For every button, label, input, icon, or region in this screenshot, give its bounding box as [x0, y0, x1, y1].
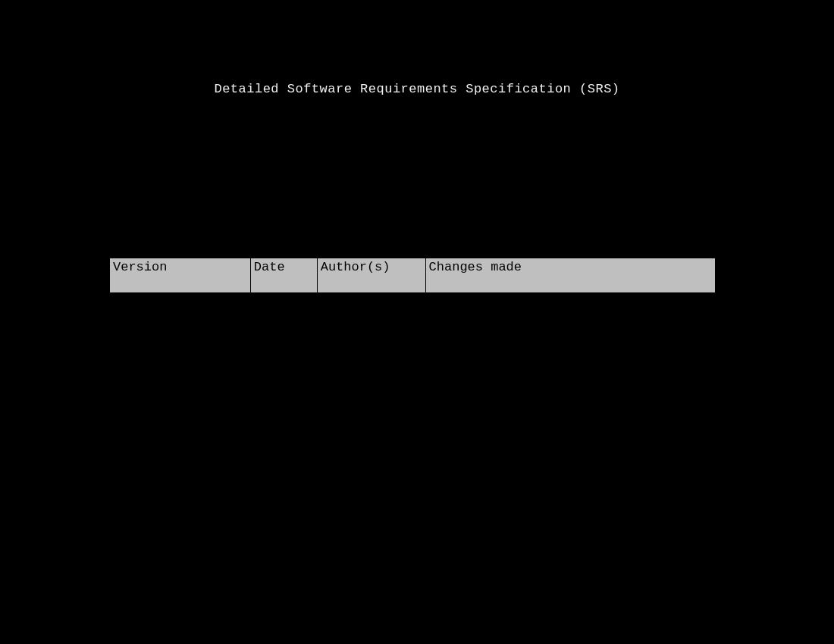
header-date: Date	[250, 258, 317, 293]
header-changes: Changes made	[425, 258, 715, 293]
header-author: Author(s)	[317, 258, 425, 293]
document-title: Detailed Software Requirements Specifica…	[0, 82, 834, 96]
revision-table: Version Date Author(s) Changes made	[109, 258, 716, 293]
header-version: Version	[110, 258, 251, 293]
table-header-row: Version Date Author(s) Changes made	[110, 258, 716, 293]
revision-table-container: Version Date Author(s) Changes made	[109, 258, 716, 293]
